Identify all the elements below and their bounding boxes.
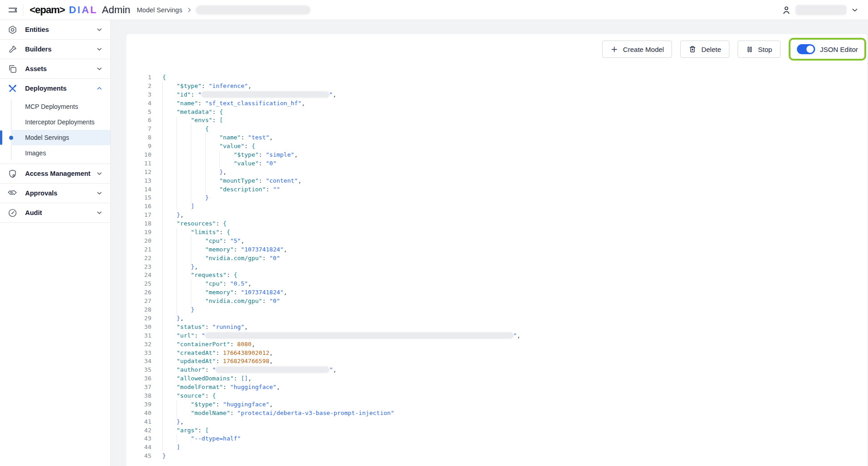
code-line: 32"containerPort": 8080,: [126, 340, 867, 349]
indent-guides: [162, 159, 234, 168]
code-token: {: [223, 220, 227, 227]
code-token: :: [234, 289, 241, 296]
json-code-editor[interactable]: 1{2"$type": "inference",3"id": "",4"name…: [126, 73, 867, 461]
code-text: }: [162, 452, 166, 461]
code-text: "updatedAt": 1768294766598,: [162, 357, 273, 366]
code-token: {: [219, 108, 223, 115]
code-line: 11"value": "0": [126, 159, 867, 168]
json-editor-toggle[interactable]: [797, 44, 815, 54]
breadcrumb: Model Servings: [137, 0, 310, 20]
indent-guides: [162, 263, 191, 271]
code-token: "memory": [205, 289, 234, 296]
indent-guides: [162, 306, 191, 314]
sidebar-item-deployments[interactable]: Deployments: [0, 79, 110, 98]
chevron-down-icon: [96, 65, 103, 72]
line-number: 24: [126, 271, 151, 280]
code-token: "": [273, 186, 280, 193]
code-token: ,: [284, 289, 287, 296]
code-token: :: [234, 375, 241, 382]
sidebar-item-assets[interactable]: Assets: [0, 59, 110, 78]
shield-gear-icon: [7, 169, 17, 179]
sidebar-item-label: Builders: [25, 46, 96, 53]
indent-guides: [162, 323, 176, 332]
sidebar-item-label: Entities: [25, 26, 96, 33]
gauge-icon: [7, 208, 17, 218]
sidebar-divider: [0, 222, 110, 223]
code-line: 31"url": "",: [126, 332, 867, 340]
line-number: 27: [126, 297, 151, 306]
indent-guides: [162, 185, 219, 194]
code-text: "nvidia.com/gpu": "0": [162, 297, 280, 306]
code-token: ,: [333, 91, 336, 98]
sidebar-item-approvals[interactable]: Approvals: [0, 184, 110, 203]
line-number: 20: [126, 237, 151, 246]
code-token: ,: [269, 349, 273, 356]
code-token: :: [212, 117, 220, 123]
admin-logo-suffix: Admin: [102, 4, 130, 16]
code-token: ,: [252, 341, 255, 348]
code-token: "inference": [209, 82, 248, 89]
code-token: "envs": [191, 117, 212, 123]
line-number: 22: [126, 254, 151, 263]
code-text: },: [162, 263, 198, 271]
code-token: "0": [266, 160, 276, 167]
delete-button[interactable]: Delete: [680, 41, 729, 58]
line-number: 9: [126, 142, 151, 151]
code-line: 27"nvidia.com/gpu": "0": [126, 297, 867, 306]
code-line: 19"limits": {: [126, 228, 867, 237]
line-number: 37: [126, 383, 151, 392]
code-line: 38"source": {: [126, 392, 867, 400]
indent-guides: [162, 435, 191, 443]
code-line: 1{: [126, 73, 867, 82]
code-token: :: [202, 82, 209, 89]
create-model-button[interactable]: Create Model: [602, 41, 672, 58]
sidebar-item-interceptor-deployments[interactable]: Interceptor Deployments: [11, 114, 110, 130]
sidebar-item-images[interactable]: Images: [11, 145, 110, 161]
sidebar-item-entities[interactable]: Entities: [0, 20, 110, 39]
code-token: ,: [180, 315, 184, 322]
sidebar-item-mcp-deployments[interactable]: MCP Deployments: [11, 99, 110, 114]
code-token: "running": [212, 323, 244, 330]
code-token: "name": [176, 100, 198, 107]
code-token: ,: [248, 82, 252, 89]
code-token: }: [176, 211, 180, 218]
stop-button[interactable]: Stop: [738, 41, 780, 58]
indent-guides: [162, 237, 205, 246]
code-token: :: [191, 91, 198, 98]
sidebar-item-builders[interactable]: Builders: [0, 40, 110, 59]
code-line: 6"envs": [: [126, 116, 867, 125]
code-token: "value": [234, 160, 259, 167]
sidebar-collapse-button[interactable]: [5, 3, 20, 17]
line-number: 12: [126, 168, 151, 177]
line-number: 14: [126, 185, 151, 194]
indent-guides: [162, 280, 205, 288]
code-token: ": [198, 91, 202, 98]
breadcrumb-section[interactable]: Model Servings: [137, 6, 182, 14]
indent-guides: [162, 254, 205, 263]
top-header: <epam> DIAL Admin Model Servings: [0, 0, 868, 20]
code-token: ": [212, 366, 216, 373]
code-line: 43"--dtype=half": [126, 435, 867, 443]
code-token: ,: [248, 280, 252, 287]
indent-guides: [162, 202, 191, 211]
copy-icon: [7, 64, 17, 74]
chevron-down-icon[interactable]: [851, 6, 859, 14]
line-number: 10: [126, 151, 151, 159]
code-token: :: [244, 143, 252, 149]
line-number: 23: [126, 263, 151, 271]
code-text: "status": "running",: [162, 323, 248, 332]
code-token: :: [198, 100, 205, 107]
line-number: 16: [126, 202, 151, 211]
code-token: "requests": [191, 271, 227, 278]
code-token: :: [198, 427, 205, 434]
user-menu[interactable]: [781, 0, 859, 20]
code-token: "0": [269, 297, 280, 304]
code-text: "envs": [: [162, 116, 223, 125]
code-token: :: [230, 341, 238, 348]
indent-guides: [162, 116, 191, 125]
sidebar-item-model-servings[interactable]: Model Servings: [11, 130, 110, 145]
code-token: "updatedAt": [176, 358, 216, 364]
sidebar-item-access-management[interactable]: Access Management: [0, 164, 110, 183]
sidebar-item-audit[interactable]: Audit: [0, 203, 110, 222]
code-text: "modelFormat": "huggingface",: [162, 383, 280, 392]
